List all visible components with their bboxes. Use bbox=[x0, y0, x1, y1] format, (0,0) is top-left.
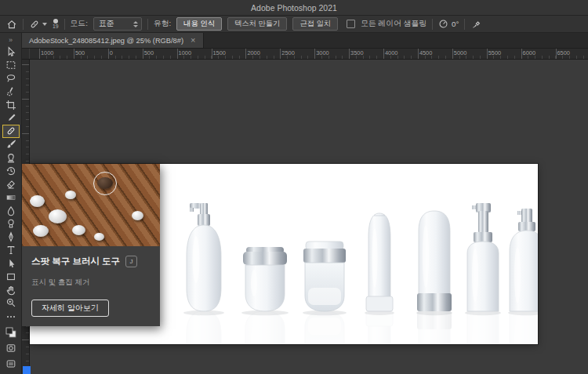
spot-healing-brush-icon bbox=[29, 19, 40, 30]
eraser-tool[interactable] bbox=[2, 177, 20, 191]
tooltip-description: 표시 및 흠집 제거 bbox=[31, 278, 151, 288]
tooltip-preview-image bbox=[22, 164, 160, 246]
stone bbox=[132, 211, 143, 220]
toolbar-bottom-cluster bbox=[2, 310, 20, 374]
mode-label: 모드: bbox=[71, 19, 88, 29]
ruler-label: 6500 bbox=[557, 49, 570, 56]
tab-close-icon[interactable]: × bbox=[191, 36, 195, 45]
type-create-texture-button[interactable]: 텍스처 만들기 bbox=[227, 17, 287, 31]
dodge-tool[interactable] bbox=[2, 217, 20, 231]
pressure-toggle[interactable] bbox=[470, 19, 481, 30]
tool-tooltip-panel: 스팟 복구 브러시 도구 J 표시 및 흠집 제거 자세히 알아보기 bbox=[22, 164, 160, 326]
stone bbox=[30, 195, 45, 207]
type-content-aware-button[interactable]: 내용 인식 bbox=[176, 17, 222, 31]
stone bbox=[33, 225, 49, 237]
move-tool[interactable] bbox=[2, 45, 20, 59]
tools-panel: » bbox=[0, 33, 22, 374]
ruler-label: 500 bbox=[144, 49, 154, 56]
ruler-label: 1000 bbox=[41, 49, 53, 56]
ruler-label: 0 bbox=[110, 49, 113, 56]
airbrush-pressure-icon bbox=[470, 19, 481, 30]
status-indicator bbox=[23, 366, 31, 374]
ruler-corner bbox=[22, 49, 30, 59]
toolbar-expand-button[interactable]: » bbox=[9, 35, 13, 45]
tool-preset-dropdown[interactable] bbox=[29, 19, 47, 30]
photoshop-window: Adobe Photoshop 2021 19 모드: 표준 유형: 내용 인식… bbox=[0, 0, 588, 374]
shortcut-key-badge: J bbox=[125, 256, 137, 267]
stone bbox=[94, 233, 104, 241]
stone bbox=[72, 225, 85, 235]
sample-all-layers-checkbox[interactable] bbox=[347, 20, 355, 28]
blur-tool[interactable] bbox=[2, 204, 20, 217]
separator bbox=[23, 19, 24, 30]
ruler-label: 2000 bbox=[247, 49, 260, 56]
ruler-label: 6000 bbox=[523, 49, 535, 56]
mode-select[interactable]: 표준 bbox=[93, 17, 142, 31]
separator bbox=[147, 19, 148, 30]
ruler-label: 5000 bbox=[454, 49, 466, 56]
angle-value: 0° bbox=[452, 20, 459, 28]
window-title: Adobe Photoshop 2021 bbox=[251, 3, 337, 13]
canvas-area: 스팟 복구 브러시 도구 J 표시 및 흠집 제거 자세히 알아보기 bbox=[22, 60, 588, 374]
compass-icon bbox=[438, 19, 448, 29]
lasso-tool[interactable] bbox=[2, 72, 20, 85]
foreground-color-swatch bbox=[6, 328, 13, 334]
select-arrows-icon bbox=[133, 21, 138, 27]
zoom-tool[interactable] bbox=[2, 296, 20, 310]
ruler-label: 500 bbox=[75, 49, 85, 56]
screen-mode-button[interactable] bbox=[2, 357, 20, 370]
separator bbox=[432, 19, 433, 30]
ruler-label: 4500 bbox=[419, 49, 432, 56]
stone bbox=[65, 191, 76, 199]
home-icon bbox=[6, 19, 17, 30]
tooltip-body: 스팟 복구 브러시 도구 J 표시 및 흠집 제거 자세히 알아보기 bbox=[22, 246, 160, 326]
type-tool[interactable] bbox=[2, 244, 20, 257]
edit-toolbar-button[interactable] bbox=[2, 310, 20, 323]
crop-tool[interactable] bbox=[2, 98, 20, 111]
eyedropper-tool[interactable] bbox=[2, 111, 20, 125]
home-button[interactable] bbox=[6, 19, 17, 30]
brush-cursor-icon bbox=[93, 172, 117, 195]
clone-stamp-tool[interactable] bbox=[2, 151, 20, 165]
horizontal-ruler: 1000500050010001500200025003000350040004… bbox=[22, 49, 588, 60]
ruler-label: 1000 bbox=[179, 49, 191, 56]
spot-healing-brush-tool[interactable] bbox=[2, 125, 20, 138]
quick-mask-button[interactable] bbox=[2, 341, 20, 354]
sample-all-layers-label: 모든 레이어 샘플링 bbox=[361, 19, 426, 29]
title-bar: Adobe Photoshop 2021 bbox=[0, 0, 588, 16]
options-bar: 19 모드: 표준 유형: 내용 인식 텍스처 만들기 근접 일치 모든 레이어… bbox=[0, 16, 588, 33]
foreground-background-color-swatches[interactable] bbox=[2, 325, 20, 339]
separator bbox=[64, 19, 65, 30]
gradient-tool[interactable] bbox=[2, 191, 20, 204]
hand-tool[interactable] bbox=[2, 283, 20, 296]
chevron-down-icon bbox=[42, 23, 47, 26]
angle-control[interactable]: 0° bbox=[438, 19, 459, 29]
brush-size-value: 19 bbox=[53, 24, 59, 30]
quick-selection-tool[interactable] bbox=[2, 85, 20, 99]
path-selection-tool[interactable] bbox=[2, 257, 20, 271]
rectangular-marquee-tool[interactable] bbox=[2, 59, 20, 72]
tooltip-title: 스팟 복구 브러시 도구 bbox=[31, 256, 120, 267]
main-area: » bbox=[0, 33, 588, 374]
ruler-label: 5500 bbox=[488, 49, 501, 56]
document-tab-bar: AdobeStock_248085412.jpeg @ 25% (RGB/8#)… bbox=[22, 33, 588, 49]
brush-tool[interactable] bbox=[2, 138, 20, 151]
document-tab[interactable]: AdobeStock_248085412.jpeg @ 25% (RGB/8#)… bbox=[22, 33, 204, 48]
ruler-label: 3500 bbox=[350, 49, 363, 56]
type-label: 유형: bbox=[154, 19, 171, 29]
brush-size-picker[interactable]: 19 bbox=[53, 19, 59, 30]
separator bbox=[464, 19, 465, 30]
brush-tip-icon bbox=[53, 19, 58, 24]
pen-tool[interactable] bbox=[2, 231, 20, 244]
ruler-label: 3000 bbox=[316, 49, 328, 56]
history-brush-tool[interactable] bbox=[2, 165, 20, 178]
ruler-label: 1500 bbox=[213, 49, 226, 56]
rectangle-tool[interactable] bbox=[2, 270, 20, 283]
stone bbox=[49, 209, 67, 223]
document-tab-title: AdobeStock_248085412.jpeg @ 25% (RGB/8#) bbox=[29, 37, 183, 45]
learn-more-button[interactable]: 자세히 알아보기 bbox=[31, 300, 109, 317]
mode-value: 표준 bbox=[99, 19, 114, 29]
type-proximity-match-button[interactable]: 근접 일치 bbox=[292, 17, 338, 31]
work-area: AdobeStock_248085412.jpeg @ 25% (RGB/8#)… bbox=[22, 33, 588, 374]
horizontal-ruler-track: 1000500050010001500200025003000350040004… bbox=[30, 49, 588, 59]
